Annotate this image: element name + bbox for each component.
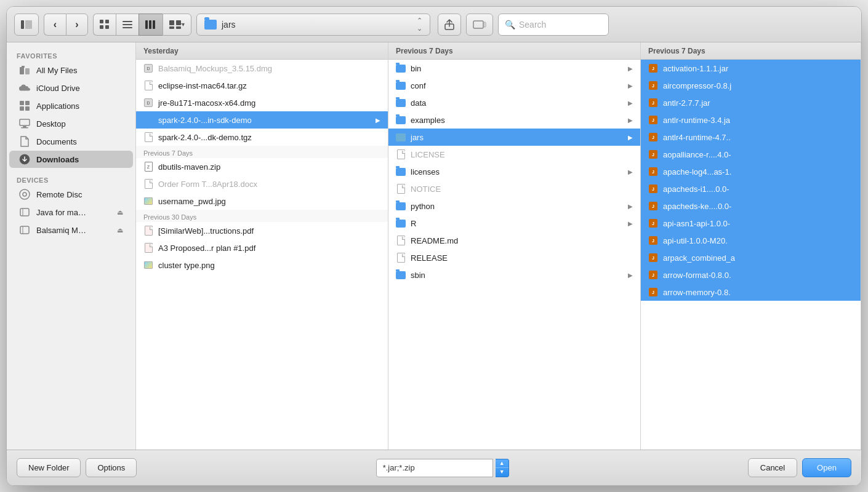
filter-area: ▲ ▼ bbox=[376, 459, 509, 477]
folder-licenses-icon bbox=[396, 167, 406, 176]
expand-arrow: ▶ bbox=[628, 65, 633, 72]
list-item[interactable]: J aircompressor-0.8.j bbox=[641, 77, 861, 94]
folder-location-btn[interactable]: jars ⌃⌄ bbox=[196, 14, 430, 36]
file-name: activation-1.1.1.jar bbox=[663, 64, 728, 73]
file-name: jre-8u171-macosx-x64.dmg bbox=[158, 98, 255, 108]
list-item[interactable]: J apache-log4...as-1. bbox=[641, 163, 861, 180]
list-item[interactable]: LICENSE bbox=[388, 146, 640, 163]
svg-rect-5 bbox=[105, 25, 109, 29]
list-item[interactable]: Order Form T...8Apr18.docx bbox=[136, 175, 388, 192]
file-icon-zip: Z bbox=[143, 162, 153, 171]
list-item[interactable]: J antlr-2.7.7.jar bbox=[641, 94, 861, 111]
list-item[interactable]: J api-asn1-api-1.0.0- bbox=[641, 215, 861, 232]
tag-btn[interactable] bbox=[466, 14, 493, 36]
list-item[interactable]: J apacheds-ke....0.0- bbox=[641, 197, 861, 215]
sidebar-item-downloads[interactable]: Downloads bbox=[9, 151, 133, 168]
file-dialog: ‹ › ▾ jars ⌃⌄ bbox=[6, 6, 862, 486]
sidebar-item-icloud-drive[interactable]: iCloud Drive bbox=[9, 79, 133, 97]
file-panes: Yesterday D Balsamiq_Mockups_3.5.15.dmg … bbox=[136, 42, 861, 450]
expand-arrow: ▶ bbox=[628, 82, 633, 89]
list-item[interactable]: python ▶ bbox=[388, 197, 640, 215]
forward-btn[interactable]: › bbox=[66, 14, 88, 36]
list-item[interactable]: cluster type.png bbox=[136, 256, 388, 274]
sidebar-item-applications[interactable]: Applications bbox=[9, 97, 133, 114]
list-item[interactable]: spark-2.4.0-...in-sdk-demo ▶ bbox=[136, 111, 388, 129]
file-release-icon bbox=[396, 253, 406, 262]
expand-arrow: ▶ bbox=[628, 203, 633, 210]
list-item[interactable]: J antlr-runtime-3.4.ja bbox=[641, 111, 861, 129]
jar-icon: J bbox=[648, 288, 658, 296]
list-item[interactable]: [SimilarWeb]...tructions.pdf bbox=[136, 222, 388, 239]
list-item[interactable]: eclipse-inst-mac64.tar.gz bbox=[136, 77, 388, 94]
search-box[interactable]: 🔍 Search bbox=[498, 14, 609, 36]
file-icon-tgz bbox=[143, 133, 153, 141]
new-folder-button[interactable]: New Folder bbox=[17, 458, 81, 477]
expand-arrow: ▶ bbox=[628, 117, 633, 124]
file-name: dbutils-maven.zip bbox=[158, 162, 220, 172]
sidebar-item-all-my-files[interactable]: All My Files bbox=[9, 62, 133, 79]
file-name: spark-2.4.0-...dk-demo.tgz bbox=[158, 133, 252, 142]
list-item[interactable]: R ▶ bbox=[388, 215, 640, 232]
list-item[interactable]: D Balsamiq_Mockups_3.5.15.dmg bbox=[136, 60, 388, 77]
filter-stepper[interactable]: ▲ ▼ bbox=[496, 459, 509, 477]
svg-rect-29 bbox=[21, 127, 28, 129]
list-item[interactable]: conf ▶ bbox=[388, 77, 640, 94]
view-column-btn[interactable] bbox=[139, 14, 163, 36]
list-item[interactable]: A3 Proposed...r plan #1.pdf bbox=[136, 239, 388, 256]
list-item[interactable]: RELEASE bbox=[388, 249, 640, 266]
sidebar-item-java[interactable]: Java for ma… ⏏ bbox=[9, 204, 133, 221]
list-item[interactable]: README.md bbox=[388, 232, 640, 249]
list-item[interactable]: Z dbutils-maven.zip bbox=[136, 158, 388, 175]
list-item[interactable]: J arrow-memory-0.8. bbox=[641, 284, 861, 301]
file-name: Balsamiq_Mockups_3.5.15.dmg bbox=[158, 64, 272, 73]
view-list-btn[interactable] bbox=[116, 14, 139, 36]
sidebar-item-desktop[interactable]: Desktop bbox=[9, 115, 133, 132]
svg-rect-0 bbox=[21, 20, 24, 29]
list-item[interactable]: J api-util-1.0.0-M20. bbox=[641, 232, 861, 249]
file-icon-jpg bbox=[143, 197, 153, 205]
list-item[interactable]: J antlr4-runtime-4.7.. bbox=[641, 129, 861, 146]
back-btn[interactable]: ‹ bbox=[44, 14, 66, 36]
list-item[interactable]: jars ▶ bbox=[388, 129, 640, 146]
list-item[interactable]: NOTICE bbox=[388, 180, 640, 197]
list-item[interactable]: J arpack_combined_a bbox=[641, 249, 861, 266]
filter-input[interactable] bbox=[376, 459, 493, 477]
sidebar-label-balsamiq: Balsamiq M… bbox=[36, 226, 86, 235]
stepper-up-icon[interactable]: ▲ bbox=[496, 459, 508, 469]
sidebar-item-documents[interactable]: Documents bbox=[9, 133, 133, 150]
list-item[interactable]: J apacheds-i1....0.0- bbox=[641, 180, 861, 197]
list-item[interactable]: D jre-8u171-macosx-x64.dmg bbox=[136, 94, 388, 111]
list-item[interactable]: spark-2.4.0-...dk-demo.tgz bbox=[136, 129, 388, 146]
list-item[interactable]: J arrow-format-0.8.0. bbox=[641, 266, 861, 284]
list-item[interactable]: username_pwd.jpg bbox=[136, 192, 388, 210]
stepper-down-icon[interactable]: ▼ bbox=[496, 468, 508, 477]
options-button[interactable]: Options bbox=[86, 458, 137, 477]
list-item[interactable]: J aopalliance-r....4.0- bbox=[641, 146, 861, 163]
cancel-button[interactable]: Cancel bbox=[748, 458, 797, 477]
file-name: spark-2.4.0-...in-sdk-demo bbox=[158, 116, 252, 125]
sidebar-item-remote-disc[interactable]: Remote Disc bbox=[9, 186, 133, 203]
view-icon-btn[interactable] bbox=[93, 14, 116, 36]
file-name: Order Form T...8Apr18.docx bbox=[158, 180, 257, 189]
sidebar-item-balsamiq[interactable]: Balsamiq M… ⏏ bbox=[9, 221, 133, 239]
list-item[interactable]: bin ▶ bbox=[388, 60, 640, 77]
list-item[interactable]: licenses ▶ bbox=[388, 163, 640, 180]
bottom-left-buttons: New Folder Options bbox=[17, 458, 137, 477]
search-placeholder: Search bbox=[519, 20, 546, 30]
sidebar-toggle-btn[interactable] bbox=[14, 14, 39, 36]
svg-rect-12 bbox=[169, 20, 174, 25]
svg-rect-26 bbox=[25, 106, 30, 111]
list-item[interactable]: examples ▶ bbox=[388, 111, 640, 129]
java-eject-icon[interactable]: ⏏ bbox=[117, 208, 123, 216]
view-gallery-btn[interactable]: ▾ bbox=[163, 14, 191, 36]
list-item[interactable]: data ▶ bbox=[388, 94, 640, 111]
file-name: [SimilarWeb]...tructions.pdf bbox=[158, 226, 254, 236]
share-btn[interactable] bbox=[438, 14, 461, 36]
balsamiq-eject-icon[interactable]: ⏏ bbox=[117, 226, 123, 234]
file-name: apacheds-ke....0.0- bbox=[663, 202, 731, 211]
list-item[interactable]: sbin ▶ bbox=[388, 266, 640, 284]
open-button[interactable]: Open bbox=[802, 458, 851, 477]
expand-arrow: ▶ bbox=[376, 117, 380, 124]
list-item[interactable]: J activation-1.1.1.jar bbox=[641, 60, 861, 77]
jar-icon: J bbox=[648, 150, 658, 159]
